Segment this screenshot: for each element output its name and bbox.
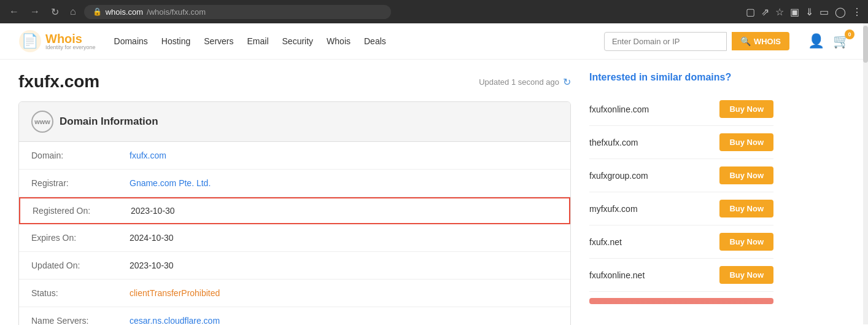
nav-whois[interactable]: Whois — [327, 36, 351, 46]
nameserver-1: cesar.ns.cloudflare.com — [130, 316, 220, 325]
buy-now-1[interactable]: Buy Now — [719, 133, 773, 151]
cart-badge: 0 — [845, 29, 854, 39]
refresh-icon[interactable]: ↻ — [563, 76, 571, 88]
similar-item-3: myfxufx.com Buy Now — [589, 192, 773, 225]
forward-button[interactable]: → — [27, 5, 43, 18]
info-row-expires: Expires On: 2024-10-30 — [19, 224, 570, 252]
profile-icon[interactable]: ◯ — [835, 6, 846, 18]
star-icon[interactable]: ☆ — [775, 6, 784, 18]
similar-domain-5: fxufxonline.net — [589, 270, 645, 280]
label-registered: Registered On: — [33, 206, 131, 216]
card-header: www Domain Information — [19, 102, 570, 142]
similar-item-0: fxufxonline.com Buy Now — [589, 93, 773, 126]
search-input[interactable] — [604, 32, 727, 51]
similar-item-4: fxufx.net Buy Now — [589, 225, 773, 259]
scroll-thumb[interactable] — [863, 26, 868, 63]
similar-domain-2: fxufxgroup.com — [589, 171, 648, 181]
similar-item-5: fxufxonline.net Buy Now — [589, 259, 773, 292]
screenshot-icon[interactable]: ▢ — [746, 6, 755, 18]
value-nameservers: cesar.ns.cloudflare.com ingrid.ns.cloudf… — [130, 316, 220, 325]
value-expires: 2024-10-30 — [130, 233, 174, 243]
url-path: /whois/fxufx.com — [147, 7, 206, 17]
search-icon: 🔍 — [740, 36, 751, 46]
label-status: Status: — [31, 288, 130, 298]
nav-domains[interactable]: Domains — [114, 36, 148, 46]
whois-btn-label: WHOIS — [754, 37, 781, 46]
info-row-domain: Domain: fxufx.com — [19, 142, 570, 170]
url-bar[interactable]: 🔒 whois.com/whois/fxufx.com — [84, 5, 391, 19]
label-expires: Expires On: — [31, 233, 130, 243]
label-updated: Updated On: — [31, 260, 130, 270]
home-button[interactable]: ⌂ — [67, 5, 79, 18]
nav-hosting[interactable]: Hosting — [161, 36, 190, 46]
card-header-title: Domain Information — [60, 116, 158, 128]
main-nav: Domains Hosting Servers Email Security W… — [114, 36, 386, 46]
info-row-registrar: Registrar: Gname.com Pte. Ltd. — [19, 170, 570, 197]
similar-item-2: fxufxgroup.com Buy Now — [589, 159, 773, 192]
nav-email[interactable]: Email — [247, 36, 269, 46]
main-content: fxufx.com Updated 1 second ago ↻ www Dom… — [0, 60, 868, 325]
logo-sub: Identity for everyone — [45, 45, 96, 50]
nav-servers[interactable]: Servers — [204, 36, 233, 46]
similar-title: Interested in similar domains? — [589, 72, 773, 83]
logo-icon: 📄 — [18, 29, 42, 53]
logo-text: Whois — [45, 33, 96, 45]
updated-info: Updated 1 second ago ↻ — [479, 76, 571, 88]
label-domain: Domain: — [31, 151, 130, 160]
logo[interactable]: 📄 Whois Identity for everyone — [18, 29, 96, 53]
label-registrar: Registrar: — [31, 178, 130, 188]
info-row-status: Status: clientTransferProhibited — [19, 280, 570, 307]
back-button[interactable]: ← — [6, 5, 22, 18]
cart-icon-wrap[interactable]: 🛒 0 — [833, 33, 850, 49]
info-row-registered: Registered On: 2023-10-30 — [19, 197, 570, 224]
browser-chrome: ← → ↻ ⌂ 🔒 whois.com/whois/fxufx.com ▢ ⇗ … — [0, 0, 868, 23]
partial-red-button — [589, 298, 773, 304]
similar-domain-0: fxufxonline.com — [589, 104, 649, 114]
search-area: 🔍 WHOIS — [604, 32, 789, 51]
page-title-row: fxufx.com Updated 1 second ago ↻ — [18, 72, 571, 92]
url-domain: whois.com — [106, 7, 143, 17]
value-registrar: Gname.com Pte. Ltd. — [130, 178, 211, 188]
svg-text:📄: 📄 — [21, 33, 39, 49]
lock-icon: 🔒 — [93, 7, 102, 16]
fullscreen-icon[interactable]: ▭ — [820, 6, 829, 18]
value-status: clientTransferProhibited — [130, 288, 220, 298]
similar-domain-4: fxufx.net — [589, 237, 622, 247]
buy-now-0[interactable]: Buy Now — [719, 100, 773, 118]
value-updated: 2023-10-30 — [130, 260, 174, 270]
similar-domain-1: thefxufx.com — [589, 138, 638, 147]
reload-button[interactable]: ↻ — [48, 5, 62, 19]
left-panel: fxufx.com Updated 1 second ago ↻ www Dom… — [18, 72, 571, 325]
buy-now-5[interactable]: Buy Now — [719, 266, 773, 284]
browser-toolbar-icons: ▢ ⇗ ☆ ▣ ⇓ ▭ ◯ ⋮ — [746, 6, 862, 18]
updated-text: Updated 1 second ago — [479, 77, 559, 87]
label-nameservers: Name Servers: — [31, 316, 130, 325]
domain-info-card: www Domain Information Domain: fxufx.com… — [18, 101, 571, 325]
buy-now-3[interactable]: Buy Now — [719, 200, 773, 217]
page-title: fxufx.com — [18, 72, 99, 92]
right-panel: Interested in similar domains? fxufxonli… — [589, 72, 773, 325]
similar-item-1: thefxufx.com Buy Now — [589, 126, 773, 159]
user-icon[interactable]: 👤 — [808, 33, 824, 49]
nav-deals[interactable]: Deals — [364, 36, 386, 46]
buy-now-4[interactable]: Buy Now — [719, 233, 773, 251]
download-icon[interactable]: ⇓ — [805, 6, 813, 18]
site-header: 📄 Whois Identity for everyone Domains Ho… — [0, 23, 868, 60]
buy-now-2[interactable]: Buy Now — [719, 166, 773, 184]
share-icon[interactable]: ⇗ — [761, 6, 769, 18]
menu-icon[interactable]: ⋮ — [852, 6, 862, 18]
www-icon: www — [31, 111, 53, 133]
info-row-nameservers: Name Servers: cesar.ns.cloudflare.com in… — [19, 307, 570, 325]
scrollbar[interactable] — [863, 23, 868, 324]
nav-security[interactable]: Security — [282, 36, 314, 46]
puzzle-icon[interactable]: ▣ — [790, 6, 799, 18]
value-registered: 2023-10-30 — [131, 206, 175, 216]
value-domain: fxufx.com — [130, 151, 166, 160]
info-row-updated: Updated On: 2023-10-30 — [19, 252, 570, 280]
similar-domain-3: myfxufx.com — [589, 204, 638, 214]
header-icons: 👤 🛒 0 — [808, 33, 850, 49]
whois-search-button[interactable]: 🔍 WHOIS — [732, 32, 789, 50]
